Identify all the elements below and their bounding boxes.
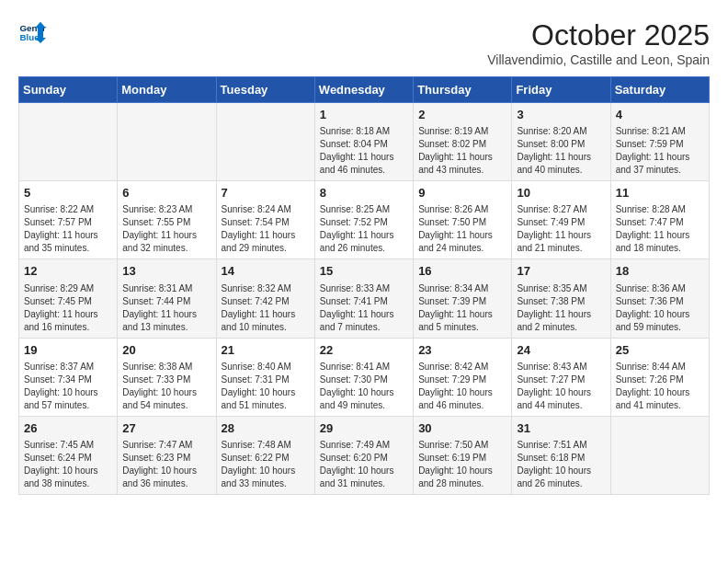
logo-icon: General Blue <box>18 18 46 46</box>
table-row: 11Sunrise: 8:28 AM Sunset: 7:47 PM Dayli… <box>610 181 709 259</box>
title-block: October 2025 Villavendimio, Castille and… <box>487 18 710 67</box>
table-row: 24Sunrise: 8:43 AM Sunset: 7:27 PM Dayli… <box>512 338 610 416</box>
day-number: 23 <box>418 342 506 359</box>
calendar-week-row: 19Sunrise: 8:37 AM Sunset: 7:34 PM Dayli… <box>19 338 710 416</box>
day-content: Sunrise: 8:20 AM Sunset: 8:00 PM Dayligh… <box>517 125 605 177</box>
table-row: 29Sunrise: 7:49 AM Sunset: 6:20 PM Dayli… <box>314 416 413 494</box>
table-row <box>19 103 118 181</box>
day-content: Sunrise: 7:45 AM Sunset: 6:24 PM Dayligh… <box>24 439 112 490</box>
calendar-week-row: 1Sunrise: 8:18 AM Sunset: 8:04 PM Daylig… <box>19 103 710 181</box>
day-content: Sunrise: 8:29 AM Sunset: 7:45 PM Dayligh… <box>24 282 112 334</box>
day-number: 17 <box>517 263 605 280</box>
calendar-table: Sunday Monday Tuesday Wednesday Thursday… <box>18 76 710 495</box>
day-number: 25 <box>616 342 704 359</box>
day-number: 2 <box>418 107 506 123</box>
table-row: 3Sunrise: 8:20 AM Sunset: 8:00 PM Daylig… <box>512 103 610 181</box>
day-number: 4 <box>616 107 704 123</box>
day-number: 16 <box>418 263 506 280</box>
table-row: 19Sunrise: 8:37 AM Sunset: 7:34 PM Dayli… <box>19 338 118 416</box>
table-row: 6Sunrise: 8:23 AM Sunset: 7:55 PM Daylig… <box>118 181 216 259</box>
table-row: 28Sunrise: 7:48 AM Sunset: 6:22 PM Dayli… <box>216 416 314 494</box>
table-row: 27Sunrise: 7:47 AM Sunset: 6:23 PM Dayli… <box>118 416 216 494</box>
day-number: 11 <box>616 185 704 201</box>
calendar-week-row: 26Sunrise: 7:45 AM Sunset: 6:24 PM Dayli… <box>19 416 710 494</box>
day-content: Sunrise: 8:27 AM Sunset: 7:49 PM Dayligh… <box>517 203 605 255</box>
month-title: October 2025 <box>487 18 710 52</box>
table-row: 26Sunrise: 7:45 AM Sunset: 6:24 PM Dayli… <box>19 416 118 494</box>
table-row: 10Sunrise: 8:27 AM Sunset: 7:49 PM Dayli… <box>512 181 610 259</box>
day-number: 3 <box>517 107 605 123</box>
calendar-week-row: 5Sunrise: 8:22 AM Sunset: 7:57 PM Daylig… <box>19 181 710 259</box>
day-content: Sunrise: 8:24 AM Sunset: 7:54 PM Dayligh… <box>222 203 310 255</box>
day-content: Sunrise: 8:18 AM Sunset: 8:04 PM Dayligh… <box>320 125 408 177</box>
day-number: 1 <box>320 107 408 123</box>
day-number: 21 <box>222 342 310 359</box>
day-content: Sunrise: 8:44 AM Sunset: 7:26 PM Dayligh… <box>616 361 704 412</box>
day-content: Sunrise: 7:50 AM Sunset: 6:19 PM Dayligh… <box>418 439 506 490</box>
calendar-week-row: 12Sunrise: 8:29 AM Sunset: 7:45 PM Dayli… <box>19 259 710 338</box>
day-number: 8 <box>320 185 408 201</box>
day-content: Sunrise: 8:32 AM Sunset: 7:42 PM Dayligh… <box>222 282 310 334</box>
day-content: Sunrise: 8:42 AM Sunset: 7:29 PM Dayligh… <box>418 361 506 412</box>
table-row: 21Sunrise: 8:40 AM Sunset: 7:31 PM Dayli… <box>216 338 314 416</box>
header-thursday: Thursday <box>414 77 512 103</box>
day-content: Sunrise: 8:35 AM Sunset: 7:38 PM Dayligh… <box>517 282 605 334</box>
day-content: Sunrise: 8:36 AM Sunset: 7:36 PM Dayligh… <box>616 282 704 334</box>
table-row: 9Sunrise: 8:26 AM Sunset: 7:50 PM Daylig… <box>414 181 512 259</box>
day-content: Sunrise: 8:23 AM Sunset: 7:55 PM Dayligh… <box>122 203 210 255</box>
table-row: 5Sunrise: 8:22 AM Sunset: 7:57 PM Daylig… <box>19 181 118 259</box>
day-content: Sunrise: 8:28 AM Sunset: 7:47 PM Dayligh… <box>616 203 704 255</box>
table-row: 2Sunrise: 8:19 AM Sunset: 8:02 PM Daylig… <box>414 103 512 181</box>
table-row: 4Sunrise: 8:21 AM Sunset: 7:59 PM Daylig… <box>610 103 709 181</box>
header-saturday: Saturday <box>610 77 709 103</box>
day-content: Sunrise: 8:31 AM Sunset: 7:44 PM Dayligh… <box>122 282 210 334</box>
day-content: Sunrise: 8:33 AM Sunset: 7:41 PM Dayligh… <box>320 282 408 334</box>
day-content: Sunrise: 8:41 AM Sunset: 7:30 PM Dayligh… <box>320 361 408 412</box>
day-content: Sunrise: 8:26 AM Sunset: 7:50 PM Dayligh… <box>418 203 506 255</box>
day-number: 29 <box>320 420 408 437</box>
header-monday: Monday <box>118 77 216 103</box>
table-row: 16Sunrise: 8:34 AM Sunset: 7:39 PM Dayli… <box>414 259 512 338</box>
day-number: 10 <box>517 185 605 201</box>
day-content: Sunrise: 8:22 AM Sunset: 7:57 PM Dayligh… <box>24 203 112 255</box>
table-row <box>118 103 216 181</box>
table-row: 15Sunrise: 8:33 AM Sunset: 7:41 PM Dayli… <box>314 259 413 338</box>
day-content: Sunrise: 8:21 AM Sunset: 7:59 PM Dayligh… <box>616 125 704 177</box>
table-row: 8Sunrise: 8:25 AM Sunset: 7:52 PM Daylig… <box>314 181 413 259</box>
day-content: Sunrise: 8:25 AM Sunset: 7:52 PM Dayligh… <box>320 203 408 255</box>
day-number: 30 <box>418 420 506 437</box>
logo: General Blue <box>18 18 46 46</box>
svg-text:Blue: Blue <box>20 32 40 42</box>
table-row: 20Sunrise: 8:38 AM Sunset: 7:33 PM Dayli… <box>118 338 216 416</box>
day-number: 28 <box>222 420 310 437</box>
table-row: 30Sunrise: 7:50 AM Sunset: 6:19 PM Dayli… <box>414 416 512 494</box>
table-row: 12Sunrise: 8:29 AM Sunset: 7:45 PM Dayli… <box>19 259 118 338</box>
day-number: 6 <box>122 185 210 201</box>
table-row: 18Sunrise: 8:36 AM Sunset: 7:36 PM Dayli… <box>610 259 709 338</box>
day-content: Sunrise: 8:40 AM Sunset: 7:31 PM Dayligh… <box>222 361 310 412</box>
day-content: Sunrise: 8:34 AM Sunset: 7:39 PM Dayligh… <box>418 282 506 334</box>
day-number: 24 <box>517 342 605 359</box>
day-number: 15 <box>320 263 408 280</box>
day-number: 9 <box>418 185 506 201</box>
day-number: 18 <box>616 263 704 280</box>
table-row: 23Sunrise: 8:42 AM Sunset: 7:29 PM Dayli… <box>414 338 512 416</box>
header-sunday: Sunday <box>19 77 118 103</box>
table-row <box>610 416 709 494</box>
table-row: 17Sunrise: 8:35 AM Sunset: 7:38 PM Dayli… <box>512 259 610 338</box>
day-number: 22 <box>320 342 408 359</box>
day-content: Sunrise: 8:19 AM Sunset: 8:02 PM Dayligh… <box>418 125 506 177</box>
day-number: 26 <box>24 420 112 437</box>
table-row: 31Sunrise: 7:51 AM Sunset: 6:18 PM Dayli… <box>512 416 610 494</box>
header-wednesday: Wednesday <box>314 77 413 103</box>
day-content: Sunrise: 8:37 AM Sunset: 7:34 PM Dayligh… <box>24 361 112 412</box>
day-number: 14 <box>222 263 310 280</box>
table-row: 13Sunrise: 8:31 AM Sunset: 7:44 PM Dayli… <box>118 259 216 338</box>
table-row <box>216 103 314 181</box>
day-number: 5 <box>24 185 112 201</box>
day-number: 12 <box>24 263 112 280</box>
table-row: 7Sunrise: 8:24 AM Sunset: 7:54 PM Daylig… <box>216 181 314 259</box>
day-number: 19 <box>24 342 112 359</box>
table-row: 22Sunrise: 8:41 AM Sunset: 7:30 PM Dayli… <box>314 338 413 416</box>
page-header: General Blue October 2025 Villavendimio,… <box>18 18 710 67</box>
